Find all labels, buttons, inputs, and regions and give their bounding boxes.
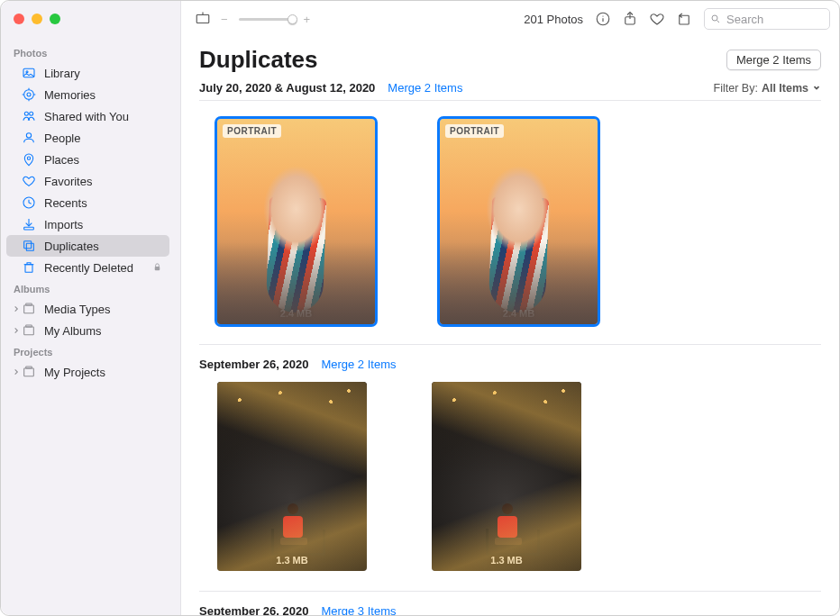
file-size: 2.4 MB: [217, 308, 375, 319]
sidebar-item-media-types[interactable]: Media Types: [6, 298, 169, 320]
portrait-badge: PORTRAIT: [445, 124, 504, 138]
trash-icon: [21, 259, 37, 276]
filter-value: All Items: [762, 82, 808, 95]
svg-rect-33: [24, 368, 34, 376]
sidebar-item-imports[interactable]: Imports: [6, 213, 169, 235]
people-icon: [21, 130, 37, 146]
clock-icon: [21, 195, 37, 211]
filter-dropdown[interactable]: Filter By: All Items: [714, 82, 821, 95]
group-date: September 26, 2020: [199, 358, 308, 371]
svg-point-20: [26, 133, 31, 138]
portrait-badge: PORTRAIT: [223, 124, 281, 138]
content: Duplicates Merge 2 Items July 20, 2020 &…: [181, 37, 839, 615]
search-input[interactable]: [704, 8, 830, 30]
photo-thumbnail[interactable]: PORTRAIT 2.4 MB: [440, 119, 598, 324]
pin-icon: [21, 151, 37, 168]
memories-icon: [21, 86, 37, 103]
svg-rect-34: [26, 367, 32, 368]
share-icon[interactable]: [617, 8, 643, 30]
svg-point-11: [26, 71, 28, 73]
info-icon[interactable]: [590, 8, 616, 30]
duplicates-icon: [21, 238, 37, 254]
file-size: 1.3 MB: [217, 555, 367, 566]
zoom-in-icon[interactable]: +: [304, 13, 311, 26]
download-icon: [21, 216, 37, 232]
heart-icon: [21, 173, 37, 189]
svg-rect-28: [155, 267, 160, 270]
zoom-slider[interactable]: [239, 18, 293, 21]
lock-icon: [152, 261, 162, 275]
sidebar-item-duplicates[interactable]: Duplicates: [6, 235, 169, 257]
filter-label: Filter By:: [714, 82, 758, 95]
close-icon[interactable]: [14, 14, 24, 24]
section-photos: Photos: [1, 42, 175, 62]
aspect-icon[interactable]: [190, 8, 215, 30]
photo-thumbnail[interactable]: 1.3 MB: [217, 382, 367, 571]
sidebar-item-places[interactable]: Places: [6, 149, 169, 170]
svg-rect-25: [24, 241, 32, 249]
favorite-icon[interactable]: [644, 8, 670, 30]
photo-thumbnail[interactable]: 1.3 MB: [432, 382, 581, 571]
merge-link[interactable]: Merge 2 Items: [388, 81, 462, 95]
zoom-out-icon[interactable]: −: [221, 13, 228, 26]
group-date: July 20, 2020 & August 12, 2020: [199, 81, 375, 95]
svg-line-9: [717, 21, 720, 23]
svg-point-13: [24, 90, 34, 100]
photo-count: 201 Photos: [524, 13, 583, 26]
merge-selected-button[interactable]: Merge 2 Items: [726, 50, 821, 70]
sidebar-item-library[interactable]: Library: [6, 62, 169, 84]
chevron-right-icon[interactable]: [12, 368, 21, 376]
file-size: 1.3 MB: [432, 555, 581, 566]
sidebar-item-my-projects[interactable]: My Projects: [6, 361, 169, 383]
photo-thumbnail[interactable]: PORTRAIT 2.4 MB: [217, 119, 375, 324]
merge-link[interactable]: Merge 2 Items: [321, 358, 396, 371]
svg-rect-29: [24, 305, 34, 313]
album-icon: [21, 322, 37, 339]
file-size: 2.4 MB: [440, 308, 598, 319]
svg-rect-27: [25, 265, 32, 273]
svg-rect-31: [24, 327, 34, 335]
svg-point-19: [30, 112, 33, 115]
sidebar-item-recents[interactable]: Recents: [6, 192, 169, 213]
group-date: September 26, 2020: [199, 604, 308, 615]
minimize-icon[interactable]: [32, 14, 42, 24]
svg-rect-26: [26, 243, 33, 250]
section-albums: Albums: [1, 278, 175, 298]
merge-link[interactable]: Merge 3 Items: [321, 604, 396, 615]
maximize-icon[interactable]: [50, 14, 60, 24]
svg-rect-24: [24, 227, 34, 230]
shared-icon: [21, 108, 37, 124]
window-controls[interactable]: [14, 14, 60, 24]
svg-point-18: [24, 112, 28, 115]
svg-rect-30: [26, 303, 32, 305]
svg-point-12: [27, 93, 31, 96]
svg-rect-32: [26, 325, 32, 327]
chevron-right-icon[interactable]: [12, 305, 21, 313]
sidebar-item-memories[interactable]: Memories: [6, 84, 169, 105]
sidebar-item-my-albums[interactable]: My Albums: [6, 320, 169, 341]
chevron-right-icon[interactable]: [12, 327, 21, 334]
sidebar-item-favorites[interactable]: Favorites: [6, 170, 169, 192]
sidebar: Photos Library Memories Shared with You …: [1, 37, 181, 615]
sidebar-item-people[interactable]: People: [6, 127, 169, 149]
svg-point-8: [712, 15, 717, 21]
project-icon: [21, 364, 37, 380]
svg-point-4: [602, 15, 603, 16]
sidebar-item-recently-deleted[interactable]: Recently Deleted: [6, 257, 169, 278]
svg-rect-0: [196, 15, 209, 23]
photos-icon: [21, 65, 37, 81]
chevron-down-icon: [812, 82, 821, 95]
rotate-icon[interactable]: [671, 8, 697, 30]
album-icon: [21, 301, 37, 317]
sidebar-item-shared[interactable]: Shared with You: [6, 105, 169, 127]
section-projects: Projects: [1, 341, 175, 361]
svg-point-21: [27, 157, 30, 159]
page-title: Duplicates: [199, 46, 318, 74]
